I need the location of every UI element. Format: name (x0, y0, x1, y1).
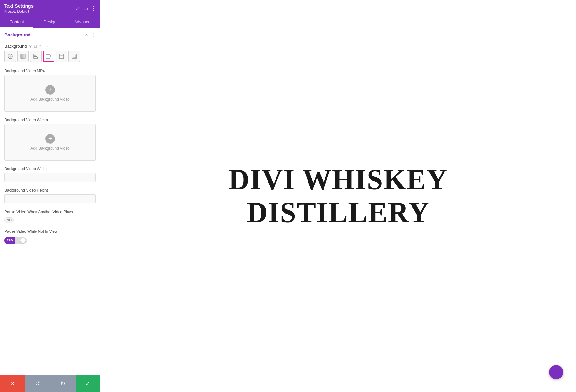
bg-label: Background (4, 44, 27, 49)
panel-body: Background ∧ ⋮ Background ? □ ↖ ⋮ (0, 28, 100, 392)
section-header: Background ∧ ⋮ (0, 28, 100, 41)
bg-type-pattern[interactable] (56, 51, 67, 62)
svg-rect-9 (73, 55, 76, 58)
bg-label-row: Background ? □ ↖ ⋮ (0, 41, 100, 51)
mp4-field-block: Background Video MP4 + Add Background Vi… (0, 66, 100, 115)
webm-field-block: Background Video Webm + Add Background V… (0, 115, 100, 164)
svg-rect-1 (21, 54, 25, 59)
width-field-block: Background Video Width (0, 164, 100, 185)
webm-upload-area[interactable]: + Add Background Video (4, 124, 96, 161)
height-label: Background Video Height (4, 188, 96, 192)
webm-label: Background Video Webm (4, 118, 96, 122)
panel-tabs: Content Design Advanced (0, 16, 100, 28)
svg-rect-8 (72, 54, 76, 59)
panel-header-left: Text Settings Preset: Default (4, 3, 34, 14)
columns-icon[interactable]: ▭ (83, 5, 88, 12)
bg-type-image[interactable] (30, 51, 42, 62)
pause-view-toggle-wrap[interactable]: YES (4, 237, 96, 244)
section-more-icon[interactable]: ⋮ (91, 32, 96, 38)
main-content: DIVI WHISKEY DISTILLERY ··· (100, 0, 576, 392)
bg-type-gradient[interactable] (17, 51, 29, 62)
mobile-icon[interactable]: □ (34, 44, 37, 49)
settings-panel: Text Settings Preset: Default ⤢ ▭ ⋮ Cont… (0, 0, 100, 392)
width-input[interactable] (4, 173, 96, 182)
tab-advanced[interactable]: Advanced (67, 16, 100, 28)
collapse-icon[interactable]: ∧ (85, 32, 88, 38)
svg-rect-5 (59, 54, 64, 59)
help-icon[interactable]: ? (29, 44, 31, 49)
main-line1: DIVI WHISKEY (228, 163, 448, 196)
cursor-icon[interactable]: ↖ (39, 44, 43, 49)
main-line2: DISTILLERY (228, 196, 448, 229)
toggle-circle (20, 238, 26, 243)
undo-icon: ↺ (35, 380, 40, 387)
height-field-block: Background Video Height (0, 185, 100, 207)
bg-type-mask[interactable] (68, 51, 80, 62)
mp4-add-text: Add Background Video (30, 97, 70, 102)
svg-rect-2 (34, 54, 38, 59)
mp4-upload-area[interactable]: + Add Background Video (4, 75, 96, 112)
panel-header: Text Settings Preset: Default ⤢ ▭ ⋮ (0, 0, 100, 16)
undo-button[interactable]: ↺ (25, 375, 51, 392)
toggle-slider[interactable] (15, 237, 27, 244)
webm-plus-icon: + (45, 134, 55, 144)
redo-icon: ↻ (60, 380, 65, 387)
bg-more-icon[interactable]: ⋮ (45, 44, 49, 49)
pause-view-yes: YES (4, 237, 15, 244)
bg-type-video[interactable] (43, 51, 54, 62)
section-header-right: ∧ ⋮ (85, 32, 96, 38)
pause-view-row: Pause Video While Not In View YES (0, 226, 100, 247)
height-input[interactable] (4, 194, 96, 203)
panel-title: Text Settings (4, 3, 34, 9)
cancel-button[interactable]: ✕ (0, 375, 25, 392)
cancel-icon: ✕ (10, 380, 15, 387)
panel-preset[interactable]: Preset: Default (4, 9, 34, 14)
bg-type-color[interactable] (4, 51, 16, 62)
tab-content[interactable]: Content (0, 16, 33, 28)
more-icon[interactable]: ⋮ (91, 5, 96, 12)
pause-view-label: Pause Video While Not In View (4, 229, 96, 234)
mp4-label: Background Video MP4 (4, 69, 96, 73)
tab-design[interactable]: Design (33, 16, 67, 28)
panel-footer: ✕ ↺ ↻ ✓ (0, 375, 100, 392)
pause-another-label: Pause Video When Another Video Plays (4, 209, 96, 215)
expand-icon[interactable]: ⤢ (76, 5, 80, 12)
svg-rect-4 (46, 54, 50, 58)
fab-icon: ··· (553, 369, 559, 376)
main-heading: DIVI WHISKEY DISTILLERY (228, 163, 448, 229)
pause-another-toggle[interactable]: NO (7, 218, 12, 222)
panel-header-icons: ⤢ ▭ ⋮ (76, 5, 96, 12)
pause-another-row: Pause Video When Another Video Plays NO (0, 207, 100, 226)
redo-button[interactable]: ↻ (50, 375, 76, 392)
mp4-plus-icon: + (45, 85, 55, 95)
save-icon: ✓ (85, 380, 90, 387)
width-label: Background Video Width (4, 167, 96, 171)
fab-button[interactable]: ··· (549, 365, 563, 379)
save-button[interactable]: ✓ (76, 375, 101, 392)
section-title: Background (4, 32, 31, 37)
webm-add-text: Add Background Video (30, 146, 70, 151)
bg-type-row (0, 51, 100, 66)
